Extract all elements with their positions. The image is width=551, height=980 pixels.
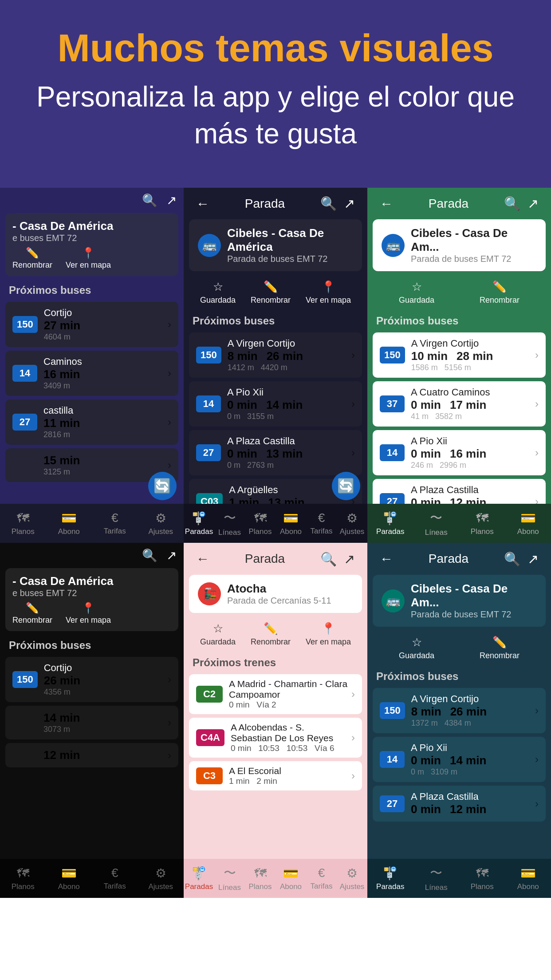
- nav-planos[interactable]: 🗺 Planos: [0, 866, 46, 891]
- bus-row[interactable]: 14 A Pio Xii 0 min 14 min 0 m 3109 m ›: [373, 737, 546, 782]
- route-details: A Plaza Castilla 0 min 13 min 0 m 2763 m: [227, 435, 348, 470]
- abono-nav-icon: 💳: [61, 866, 77, 881]
- nav-ajustes[interactable]: ⚙ Ajustes: [337, 866, 367, 891]
- rename-label: Renombrar: [12, 616, 52, 625]
- share-icon[interactable]: ↗: [166, 548, 177, 563]
- route-badge: 14: [196, 395, 221, 412]
- nav-planos[interactable]: 🗺 Planos: [0, 511, 46, 536]
- screen-bottom-left: 🔍 ↗ - Casa De América e buses EMT 72 ✏️ …: [0, 543, 184, 898]
- screen-top-left: 🔍 ↗ - Casa De América e buses EMT 72 ✏️ …: [0, 188, 184, 543]
- nav-abono[interactable]: 💳 Abono: [276, 511, 306, 536]
- back-icon[interactable]: ←: [193, 551, 213, 566]
- bus-row[interactable]: 37 A Cuatro Caminos 0 min 17 min 41 m 35…: [373, 381, 546, 427]
- bus-row[interactable]: 150 Cortijo 26 min 4356 m ›: [5, 657, 178, 702]
- nav-lineas[interactable]: 〜 Líneas: [214, 865, 245, 892]
- nav-tarifas[interactable]: € Tarifas: [92, 511, 138, 536]
- bus-icon: 🚌: [198, 234, 221, 257]
- share-icon[interactable]: ↗: [524, 551, 542, 567]
- nav-abono[interactable]: 💳 Abono: [46, 511, 92, 536]
- nav-lineas[interactable]: 〜 Líneas: [413, 865, 460, 892]
- nav-abono[interactable]: 💳 Abono: [46, 866, 92, 891]
- bus-row[interactable]: 150 A Virgen Cortijo 8 min 26 min 1412 m…: [189, 332, 362, 378]
- nav-paradas[interactable]: 🚏 Paradas: [184, 866, 214, 891]
- nav-tarifas[interactable]: € Tarifas: [306, 511, 337, 536]
- map-action[interactable]: 📍 Ver en mapa: [66, 602, 111, 625]
- app-bar-title: Parada: [397, 552, 500, 566]
- rename-action[interactable]: ✏️ Renombrar: [251, 622, 291, 647]
- bus-icon: 🚌: [382, 589, 405, 612]
- rename-action[interactable]: ✏️ Renombrar: [480, 636, 520, 660]
- stop-info: Cibeles - Casa De América Parada de buse…: [227, 226, 353, 264]
- map-nav-icon: 🗺: [476, 511, 488, 526]
- bus-row[interactable]: 27 A Plaza Castilla 0 min 12 min ›: [373, 786, 546, 822]
- nav-tarifas[interactable]: € Tarifas: [306, 866, 337, 891]
- nav-abono[interactable]: 💳 Abono: [505, 866, 551, 891]
- bus-row[interactable]: 27 A Plaza Castilla 0 min 13 min 0 m 276…: [189, 430, 362, 475]
- bus-row[interactable]: 150 A Virgen Cortijo 10 min 28 min 1586 …: [373, 332, 546, 378]
- search-icon[interactable]: 🔍: [142, 548, 157, 563]
- nav-planos[interactable]: 🗺 Planos: [245, 511, 276, 536]
- map-action[interactable]: 📍 Ver en mapa: [66, 247, 111, 270]
- search-icon[interactable]: 🔍: [317, 551, 340, 567]
- map-nav-icon: 🗺: [17, 866, 29, 881]
- refresh-fab[interactable]: 🔄: [332, 472, 360, 500]
- back-icon[interactable]: ←: [193, 196, 213, 211]
- nav-ajustes[interactable]: ⚙ Ajustes: [138, 866, 184, 891]
- nav-abono[interactable]: 💳 Abono: [276, 866, 306, 891]
- stop-header: 🚌 Cibeles - Casa De América Parada de bu…: [189, 219, 362, 271]
- bus-row[interactable]: 14 A Pio Xii 0 min 16 min 246 m 2996 m ›: [373, 430, 546, 475]
- nav-paradas[interactable]: 🚏 Paradas: [367, 511, 413, 536]
- route-details: Cortijo 26 min 4356 m: [44, 662, 164, 697]
- rename-action[interactable]: ✏️ Renombrar: [480, 280, 520, 305]
- map-action[interactable]: 📍 Ver en mapa: [306, 622, 351, 647]
- save-action[interactable]: ☆ Guardada: [399, 636, 434, 660]
- search-icon[interactable]: 🔍: [500, 551, 524, 567]
- nav-ajustes[interactable]: ⚙ Ajustes: [138, 511, 184, 536]
- save-action[interactable]: ☆ Guardada: [200, 280, 236, 305]
- nav-planos[interactable]: 🗺 Planos: [459, 511, 505, 536]
- actions-row: ☆ Guardada ✏️ Renombrar: [367, 631, 551, 667]
- back-icon[interactable]: ←: [376, 551, 397, 566]
- nav-planos[interactable]: 🗺 Planos: [459, 866, 505, 891]
- share-icon[interactable]: ↗: [340, 551, 358, 567]
- share-icon[interactable]: ↗: [340, 196, 358, 211]
- rename-action[interactable]: ✏️ Renombrar: [12, 602, 52, 625]
- bus-row[interactable]: 14 Caminos 16 min 3409 m ›: [5, 351, 178, 396]
- star-icon: ☆: [412, 636, 422, 649]
- settings-nav-icon: ⚙: [346, 866, 358, 881]
- chevron-icon: ›: [351, 349, 355, 361]
- train-row[interactable]: C2 A Madrid - Chamartin - Clara Campoamo…: [189, 674, 362, 714]
- nav-paradas[interactable]: 🚏 Paradas: [184, 511, 214, 536]
- nav-paradas[interactable]: 🚏 Paradas: [367, 866, 413, 891]
- train-row[interactable]: C3 A El Escorial 1 min 2 min ›: [189, 761, 362, 790]
- share-icon[interactable]: ↗: [166, 193, 177, 208]
- search-icon[interactable]: 🔍: [500, 196, 524, 211]
- bus-row[interactable]: 14 min 3073 m ›: [5, 706, 178, 739]
- train-row[interactable]: C4A A Alcobendas - S. Sebastian De Los R…: [189, 718, 362, 758]
- search-icon[interactable]: 🔍: [142, 193, 157, 208]
- map-action[interactable]: 📍 Ver en mapa: [306, 280, 351, 305]
- nav-lineas[interactable]: 〜 Líneas: [413, 510, 460, 537]
- share-icon[interactable]: ↗: [524, 196, 542, 211]
- bus-row[interactable]: 27 castilla 11 min 2816 m ›: [5, 399, 178, 445]
- save-action[interactable]: ☆ Guardada: [399, 280, 434, 305]
- save-action[interactable]: ☆ Guardada: [200, 622, 236, 647]
- refresh-fab[interactable]: 🔄: [148, 472, 177, 500]
- rename-action[interactable]: ✏️ Renombrar: [251, 280, 291, 305]
- nav-tarifas[interactable]: € Tarifas: [92, 866, 138, 891]
- route-details: A Plaza Castilla 0 min 12 min: [411, 791, 531, 816]
- rename-action[interactable]: ✏️ Renombrar: [12, 247, 52, 270]
- back-icon[interactable]: ←: [376, 196, 397, 211]
- nav-planos[interactable]: 🗺 Planos: [245, 866, 276, 891]
- abono-nav-icon: 💳: [283, 866, 299, 881]
- bus-row[interactable]: 12 min ›: [5, 743, 178, 767]
- nav-ajustes[interactable]: ⚙ Ajustes: [337, 511, 367, 536]
- bus-row[interactable]: 150 A Virgen Cortijo 8 min 26 min 1372 m…: [373, 688, 546, 733]
- bus-icon: 🚌: [382, 234, 405, 257]
- bus-row[interactable]: 150 Cortijo 27 min 4604 m ›: [5, 302, 178, 347]
- nav-lineas[interactable]: 〜 Líneas: [214, 510, 245, 537]
- search-icon[interactable]: 🔍: [317, 196, 340, 211]
- nav-abono[interactable]: 💳 Abono: [505, 511, 551, 536]
- bus-row[interactable]: 14 A Pio Xii 0 min 14 min 0 m 3155 m ›: [189, 381, 362, 427]
- route-details: A Pio Xii 0 min 14 min 0 m 3155 m: [227, 387, 348, 421]
